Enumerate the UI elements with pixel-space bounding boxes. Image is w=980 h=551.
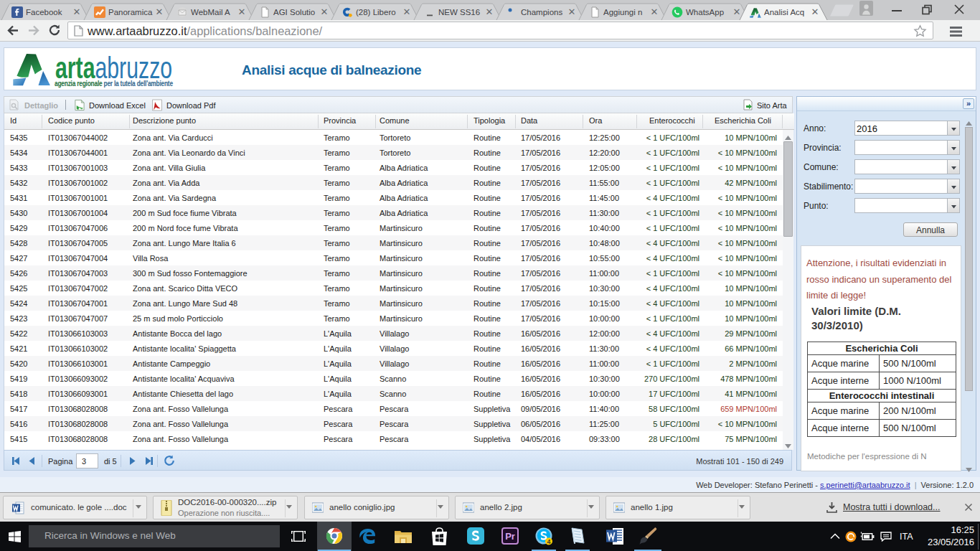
svg-text:4: 4	[547, 538, 550, 545]
